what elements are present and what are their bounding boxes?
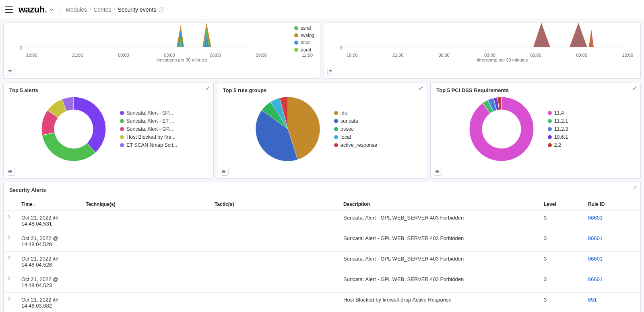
chart-segment[interactable]	[74, 97, 106, 152]
expand-row-icon[interactable]	[4, 231, 17, 252]
legend-item[interactable]: Suricata: Alert - GP...	[120, 126, 177, 132]
rule-id-link[interactable]: 86601	[588, 215, 603, 221]
col-techniques[interactable]: Technique(s)	[82, 198, 211, 211]
legend-item[interactable]: ossec	[334, 126, 390, 132]
inspect-icon[interactable]	[221, 168, 229, 176]
legend-item[interactable]: local	[334, 134, 390, 140]
cell-time: Oct 21, 2022 @ 14:48:04.531	[17, 211, 82, 231]
legend-swatch	[548, 111, 552, 115]
col-tactics[interactable]: Tactic(s)	[211, 198, 339, 211]
cell-level: 3	[540, 231, 584, 252]
panel-title: Top 5 rule groups	[217, 82, 427, 95]
brand-dot: .	[45, 4, 47, 14]
legend-label: 11.2.3	[554, 126, 568, 132]
legend-item[interactable]: Suricata: Alert - GP...	[120, 110, 177, 116]
x-tick: 09:00	[256, 53, 267, 57]
expand-row-icon[interactable]	[4, 293, 17, 312]
legend-item[interactable]: 11.4	[548, 110, 604, 116]
table-row: Oct 21, 2022 @ 14:48:04.523Suricata: Ale…	[4, 272, 640, 293]
legend-swatch	[548, 119, 552, 123]
legend-item[interactable]: Suricata: Alert - ET ...	[120, 118, 177, 124]
legend: Suricata: Alert - GP...Suricata: Alert -…	[120, 110, 177, 148]
cell-tactics	[211, 211, 339, 231]
chevron-down-icon[interactable]	[49, 7, 54, 12]
cell-rule-id: 86601	[584, 211, 640, 231]
inspect-icon[interactable]	[7, 68, 15, 76]
legend-swatch	[120, 111, 124, 115]
cell-techniques	[82, 231, 211, 252]
rule-id-link[interactable]: 86601	[588, 235, 603, 241]
rule-id-link[interactable]: 86601	[588, 276, 603, 282]
cell-description: Host Blocked by firewall-drop Active Res…	[339, 293, 540, 312]
brand-logo[interactable]: wazuh.	[19, 4, 47, 15]
x-tick: 12:00	[301, 53, 313, 57]
legend-label: Suricata: Alert - GP...	[126, 110, 173, 116]
legend-item[interactable]: suricata	[334, 118, 390, 124]
breadcrumb-sep: /	[89, 6, 91, 13]
svg-rect-14	[222, 171, 225, 172]
legend-item[interactable]: ET SCAN Nmap Scri...	[120, 142, 177, 148]
expand-icon[interactable]: ⤢	[419, 85, 423, 91]
col-rule-id[interactable]: Rule ID	[584, 198, 640, 211]
legend-swatch	[334, 143, 338, 147]
expand-icon[interactable]: ⤢	[205, 85, 210, 91]
expand-row-icon[interactable]	[4, 272, 17, 293]
legend-item[interactable]: Host Blocked by fire...	[120, 134, 177, 140]
col-level[interactable]: Level	[540, 198, 584, 211]
expand-icon[interactable]: ⤢	[633, 185, 637, 191]
legend-label: 10.6.1	[554, 134, 568, 140]
legend-item[interactable]: active_response	[334, 142, 390, 148]
legend-swatch	[334, 135, 338, 139]
cell-rule-id: 86601	[584, 252, 640, 272]
x-tick: 18:00	[26, 53, 37, 57]
legend-item[interactable]: 11.2.1	[548, 118, 604, 124]
table-row: Oct 21, 2022 @ 14:48:04.531Suricata: Ale…	[4, 211, 640, 231]
panel-top5-rule-groups: ⤢ Top 5 rule groups idssuricataossecloca…	[217, 82, 427, 179]
cell-description: Suricata: Alert - GPL WEB_SERVER 403 For…	[339, 252, 540, 272]
col-description[interactable]: Description	[339, 198, 540, 211]
table-row: Oct 21, 2022 @ 14:48:03.882Host Blocked …	[4, 293, 640, 312]
panel-top5-pci: ⤢ Top 5 PCI DSS Requirements 11.411.2.11…	[430, 82, 641, 179]
legend-item[interactable]: 11.2.3	[548, 126, 604, 132]
donut-chart-top5-pci	[467, 95, 536, 163]
inspect-icon[interactable]	[434, 168, 442, 176]
rule-id-link[interactable]: 86601	[588, 256, 603, 262]
legend-label: Suricata: Alert - GP...	[126, 126, 173, 132]
col-time[interactable]: Time↓	[17, 198, 82, 211]
breadcrumb-sep: /	[114, 6, 116, 13]
legend-label: Host Blocked by fire...	[126, 134, 175, 140]
cell-tactics	[211, 272, 339, 293]
rule-id-link[interactable]: 651	[588, 297, 597, 303]
crumb-modules[interactable]: Modules	[66, 6, 87, 13]
legend-item[interactable]: 10.6.1	[548, 134, 604, 140]
area-chart-right	[344, 23, 626, 51]
crumb-agent[interactable]: Centos	[93, 6, 111, 13]
x-tick: 18:00	[347, 53, 358, 57]
menu-icon[interactable]	[5, 6, 13, 13]
expand-row-icon[interactable]	[4, 211, 17, 231]
legend-item[interactable]: 2.2	[548, 142, 604, 148]
table-header-row: Time↓ Technique(s) Tactic(s) Description…	[4, 198, 640, 211]
inspect-icon[interactable]	[7, 168, 15, 176]
cell-level: 3	[540, 252, 584, 272]
x-axis-label: timestamp per 30 minutes	[24, 57, 320, 62]
x-tick: 06:00	[530, 53, 541, 57]
legend-label: ids	[341, 110, 347, 116]
cell-rule-id: 86601	[584, 231, 640, 252]
info-icon[interactable]: i	[159, 7, 164, 12]
svg-rect-4	[8, 73, 12, 73]
expand-row-icon[interactable]	[4, 252, 17, 272]
inspect-icon[interactable]	[327, 68, 335, 76]
x-tick: 09:00	[576, 53, 587, 57]
svg-rect-2	[8, 70, 12, 71]
cell-level: 3	[540, 211, 584, 231]
panel-title: Top 5 alerts	[4, 82, 213, 95]
chart-segment[interactable]	[42, 133, 96, 161]
alerts-table: Time↓ Technique(s) Tactic(s) Description…	[4, 198, 640, 312]
legend-item[interactable]: ids	[334, 110, 390, 116]
legend-label: 11.2.1	[554, 118, 568, 124]
legend-swatch	[548, 127, 552, 131]
area-chart-left	[24, 23, 249, 51]
svg-rect-16	[436, 170, 439, 170]
expand-icon[interactable]: ⤢	[632, 85, 637, 91]
